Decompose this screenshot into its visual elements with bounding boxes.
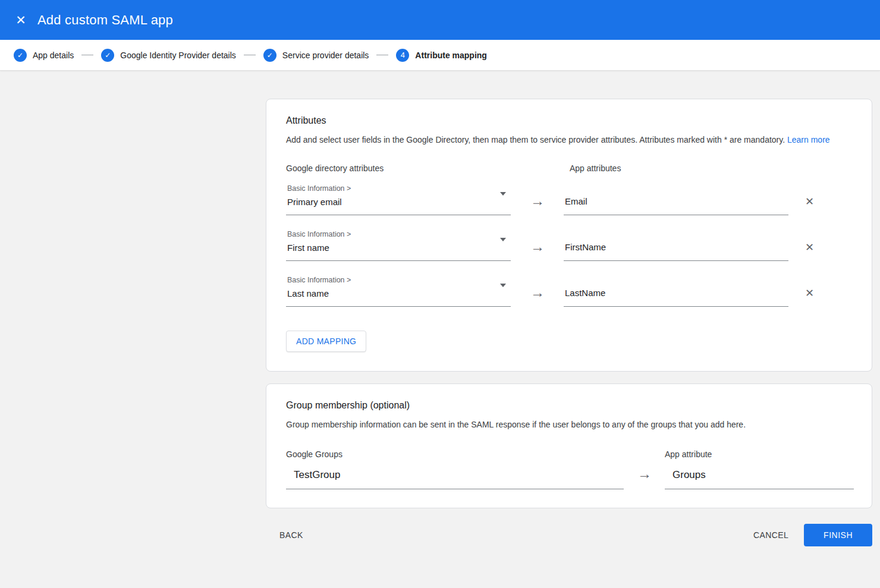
directory-attribute-select[interactable]: Basic Information > Primary email [286, 183, 511, 215]
select-category-label: Basic Information > [287, 276, 511, 284]
step-service-provider-details[interactable]: ✓ Service provider details [263, 49, 369, 62]
step-google-idp-details[interactable]: ✓ Google Identity Provider details [101, 49, 236, 62]
check-icon: ✓ [263, 49, 276, 62]
group-app-attribute-input[interactable] [665, 469, 854, 489]
cancel-button[interactable]: CANCEL [746, 524, 796, 546]
google-groups-input[interactable] [286, 469, 624, 489]
app-attribute-header: App attribute [665, 449, 854, 459]
step-label: Google Identity Provider details [120, 51, 236, 60]
google-groups-column: Google Groups [286, 449, 624, 489]
directory-attribute-select[interactable]: Basic Information > First name [286, 229, 511, 261]
attributes-description-text: Add and select user fields in the Google… [286, 135, 785, 144]
group-membership-card: Group membership (optional) Group member… [266, 383, 872, 508]
step-label: App details [33, 51, 74, 60]
check-icon: ✓ [101, 49, 114, 62]
select-value: Primary email [287, 197, 342, 207]
arrow-right-icon: → [530, 194, 545, 208]
remove-mapping-icon[interactable]: ✕ [805, 195, 814, 208]
close-icon[interactable]: ✕ [12, 12, 29, 29]
arrow-right-icon: → [530, 240, 545, 254]
step-app-details[interactable]: ✓ App details [14, 49, 74, 62]
group-card-description: Group membership information can be sent… [286, 419, 853, 430]
select-category-label: Basic Information > [287, 230, 511, 238]
attributes-card-title: Attributes [286, 115, 853, 126]
wizard-footer: BACK CANCEL FINISH [266, 524, 872, 546]
check-icon: ✓ [14, 49, 27, 62]
app-attributes-header: App attributes [570, 163, 621, 173]
chevron-down-icon [500, 238, 506, 241]
stepper: ✓ App details ✓ Google Identity Provider… [0, 40, 880, 71]
attributes-card: Attributes Add and select user fields in… [266, 99, 872, 372]
footer-right-actions: CANCEL FINISH [746, 524, 872, 546]
group-card-title: Group membership (optional) [286, 400, 853, 411]
arrow-right-icon: → [530, 285, 545, 300]
step-attribute-mapping[interactable]: 4 Attribute mapping [396, 49, 487, 62]
select-value: First name [287, 243, 329, 253]
add-mapping-button[interactable]: ADD MAPPING [286, 331, 366, 352]
column-headers: Google directory attributes App attribut… [286, 163, 853, 173]
app-attribute-input[interactable] [564, 196, 788, 215]
step-connector [376, 55, 388, 55]
remove-mapping-icon[interactable]: ✕ [805, 287, 814, 300]
remove-mapping-icon[interactable]: ✕ [805, 241, 814, 254]
directory-attributes-header: Google directory attributes [286, 163, 570, 173]
step-number-badge: 4 [396, 49, 409, 62]
step-label: Service provider details [282, 51, 369, 60]
main-content: Attributes Add and select user fields in… [266, 99, 872, 546]
group-mapping-row: Google Groups → App attribute [286, 449, 853, 489]
app-attribute-column: App attribute [665, 449, 854, 489]
select-value: Last name [287, 288, 329, 298]
step-label: Attribute mapping [415, 51, 487, 60]
mapping-row: Basic Information > Last name → ✕ [286, 275, 853, 307]
app-attribute-input[interactable] [564, 242, 788, 261]
step-connector [244, 55, 256, 55]
select-category-label: Basic Information > [287, 184, 511, 193]
mapping-row: Basic Information > First name → ✕ [286, 229, 853, 261]
learn-more-link[interactable]: Learn more [787, 135, 830, 144]
page-title: Add custom SAML app [37, 12, 173, 28]
attributes-card-description: Add and select user fields in the Google… [286, 134, 853, 146]
chevron-down-icon [500, 192, 506, 196]
arrow-right-icon: → [637, 467, 652, 481]
chevron-down-icon [500, 284, 506, 287]
directory-attribute-select[interactable]: Basic Information > Last name [286, 275, 511, 307]
back-button[interactable]: BACK [272, 524, 310, 546]
step-connector [81, 55, 93, 55]
app-attribute-input[interactable] [564, 288, 788, 307]
mapping-rows: Basic Information > Primary email → ✕ Ba… [286, 183, 853, 307]
finish-button[interactable]: FINISH [804, 524, 872, 546]
mapping-row: Basic Information > Primary email → ✕ [286, 183, 853, 215]
dialog-header: ✕ Add custom SAML app [0, 0, 880, 40]
google-groups-header: Google Groups [286, 449, 624, 459]
